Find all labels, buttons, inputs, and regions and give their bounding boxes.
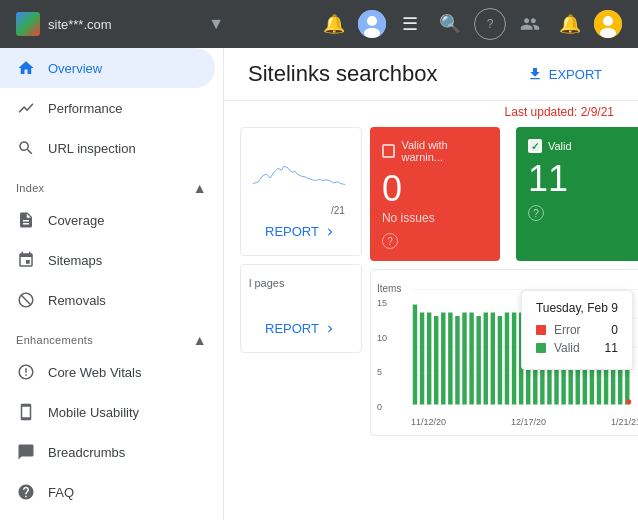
- content-header: Sitelinks searchbox EXPORT: [224, 48, 638, 101]
- tooltip-valid-value: 11: [605, 341, 618, 355]
- svg-rect-25: [512, 313, 516, 405]
- sidebar-item-breadcrumbs[interactable]: Breadcrumbs: [0, 432, 215, 472]
- second-mini-card: l pages REPORT: [240, 264, 362, 353]
- performance-sparkline: [249, 136, 353, 216]
- site-favicon: [16, 12, 40, 36]
- y-axis-values: 15 10 5 0: [377, 282, 387, 412]
- mobile-usability-icon: [16, 402, 36, 422]
- notification-icon[interactable]: 🔔: [554, 8, 586, 40]
- core-web-vitals-icon: [16, 362, 36, 382]
- svg-rect-22: [491, 313, 495, 405]
- chart-tooltip: Tuesday, Feb 9 Error 0 Valid 11: [521, 290, 633, 370]
- tooltip-valid-label: Valid: [554, 341, 597, 355]
- coverage-label: Coverage: [48, 213, 104, 228]
- removals-icon: [16, 290, 36, 310]
- valid-check: [528, 139, 542, 153]
- index-toggle-icon[interactable]: ▲: [193, 180, 207, 196]
- panel-row: /21 REPORT l pages REPORT: [224, 123, 638, 436]
- mini-chart-card: /21 REPORT: [240, 127, 362, 256]
- sidebar-item-sitelinks-searchbox[interactable]: Sitelinks searchbox: [0, 512, 215, 520]
- report-link-label: REPORT: [265, 224, 319, 239]
- right-content: Valid with warnin... 0 No issues ? Valid…: [370, 127, 638, 436]
- sidebar-item-removals[interactable]: Removals: [0, 280, 215, 320]
- y-5: 5: [377, 367, 387, 377]
- page-title: Sitelinks searchbox: [248, 61, 438, 87]
- warning-label: Valid with warnin...: [401, 139, 487, 163]
- svg-rect-15: [441, 313, 445, 405]
- sitemaps-icon: [16, 250, 36, 270]
- export-label: EXPORT: [549, 67, 602, 82]
- warning-status-card: Valid with warnin... 0 No issues ?: [370, 127, 500, 261]
- export-button[interactable]: EXPORT: [515, 60, 614, 88]
- sitemaps-label: Sitemaps: [48, 253, 102, 268]
- core-web-vitals-label: Core Web Vitals: [48, 365, 141, 380]
- svg-rect-14: [434, 316, 438, 404]
- y-0: 0: [377, 402, 387, 412]
- svg-point-4: [603, 16, 613, 26]
- bar-chart-container: Items 15 10 5 0: [370, 269, 638, 436]
- coverage-icon: [16, 210, 36, 230]
- people-icon[interactable]: [514, 8, 546, 40]
- sidebar-item-overview[interactable]: Overview: [0, 48, 215, 88]
- svg-rect-13: [427, 313, 431, 405]
- second-card-content: l pages: [249, 273, 353, 313]
- tooltip-error-row: Error 0: [536, 323, 618, 337]
- second-report-link[interactable]: REPORT: [249, 313, 353, 344]
- x-axis-labels: 11/12/20 12/17/20 1/21/21: [411, 417, 638, 427]
- topbar-right: 🔔 ☰ 🔍 ? 🔔: [232, 8, 630, 40]
- warning-count: 0: [382, 171, 488, 207]
- svg-rect-19: [469, 313, 473, 405]
- avatar[interactable]: [358, 10, 386, 38]
- sidebar-item-url-inspection[interactable]: URL inspection: [0, 128, 215, 168]
- svg-rect-16: [448, 313, 452, 405]
- content-area: Sitelinks searchbox EXPORT Last updated:…: [224, 48, 638, 520]
- home-icon: [16, 58, 36, 78]
- performance-label: Performance: [48, 101, 122, 116]
- performance-icon: [16, 98, 36, 118]
- help-icon[interactable]: ?: [474, 8, 506, 40]
- enhancements-toggle-icon[interactable]: ▲: [193, 332, 207, 348]
- dropdown-chevron-icon[interactable]: ▼: [208, 15, 224, 33]
- url-inspection-label: URL inspection: [48, 141, 136, 156]
- topbar-left: site***.com ▼: [8, 12, 232, 36]
- y-15: 15: [377, 298, 387, 308]
- sidebar: Overview Performance URL inspection Inde…: [0, 48, 224, 520]
- sidebar-item-coverage[interactable]: Coverage: [0, 200, 215, 240]
- y-10: 10: [377, 333, 387, 343]
- search-icon[interactable]: 🔍: [434, 8, 466, 40]
- mobile-usability-label: Mobile Usability: [48, 405, 139, 420]
- tooltip-error-value: 0: [611, 323, 618, 337]
- sidebar-item-sitemaps[interactable]: Sitemaps: [0, 240, 215, 280]
- svg-rect-12: [420, 313, 424, 405]
- topbar: site***.com ▼ 🔔 ☰ 🔍 ? 🔔: [0, 0, 638, 48]
- bell-icon[interactable]: 🔔: [318, 8, 350, 40]
- breadcrumbs-label: Breadcrumbs: [48, 445, 125, 460]
- warning-check: [382, 144, 396, 158]
- index-section-header: Index ▲: [0, 168, 223, 200]
- menu-icon[interactable]: ☰: [394, 8, 426, 40]
- x-label-2: 12/17/20: [511, 417, 546, 427]
- faq-icon: [16, 482, 36, 502]
- valid-help-icon[interactable]: ?: [528, 205, 544, 221]
- tooltip-valid-row: Valid 11: [536, 341, 618, 355]
- faq-label: FAQ: [48, 485, 74, 500]
- svg-rect-18: [462, 313, 466, 405]
- valid-card-header: Valid: [528, 139, 634, 153]
- warning-help-icon[interactable]: ?: [382, 233, 398, 249]
- sidebar-item-performance[interactable]: Performance: [0, 88, 215, 128]
- open-report-link[interactable]: REPORT: [249, 216, 353, 247]
- sidebar-item-mobile-usability[interactable]: Mobile Usability: [0, 392, 215, 432]
- index-section-label: Index: [16, 182, 44, 194]
- removals-label: Removals: [48, 293, 106, 308]
- sidebar-item-core-web-vitals[interactable]: Core Web Vitals: [0, 352, 215, 392]
- user-avatar[interactable]: [594, 10, 622, 38]
- second-report-label: REPORT: [265, 321, 319, 336]
- mini-chart: /21: [249, 136, 353, 216]
- sidebar-item-faq[interactable]: FAQ: [0, 472, 215, 512]
- enhancements-section-header: Enhancements ▲: [0, 320, 223, 352]
- chart-x-label: /21: [331, 205, 345, 216]
- main-layout: Overview Performance URL inspection Inde…: [0, 48, 638, 520]
- breadcrumbs-icon: [16, 442, 36, 462]
- tooltip-error-label: Error: [554, 323, 603, 337]
- svg-rect-23: [498, 316, 502, 404]
